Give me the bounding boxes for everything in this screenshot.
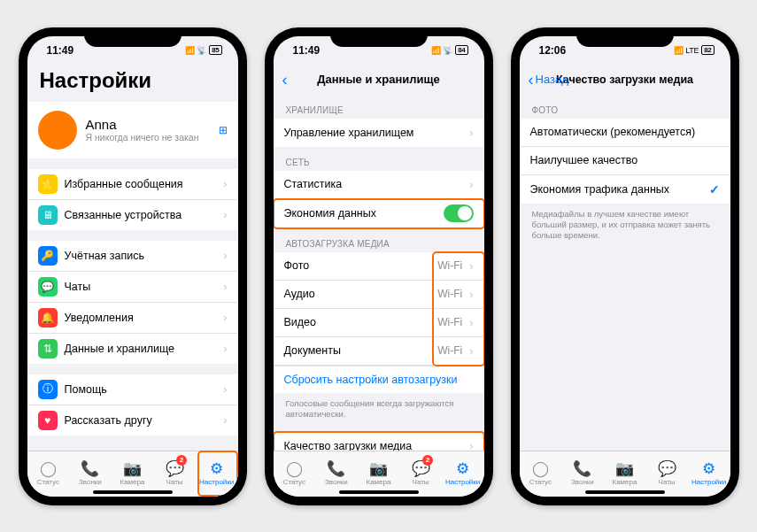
row-stats[interactable]: Статистика› [274, 171, 484, 199]
avatar [38, 111, 77, 150]
gear-icon: ⚙ [456, 461, 469, 476]
status-time: 11:49 [47, 44, 74, 57]
phone-icon: 📞 [573, 461, 591, 476]
row-audio[interactable]: АудиоWi-Fi› [274, 281, 484, 309]
group-main: 🔑 Учётная запись› 💬 Чаты› 🔔 Уведомления›… [27, 241, 238, 364]
status-indicators: 📶 📡 85 [185, 45, 222, 55]
heart-icon: ♥ [38, 411, 58, 430]
badge: 2 [422, 455, 433, 466]
section-storage: ХРАНИЛИЩЕ [274, 95, 484, 119]
signal-icon: 📶 [185, 46, 195, 55]
chevron-right-icon: › [469, 344, 473, 358]
info-icon: ⓘ [38, 380, 58, 399]
back-button[interactable]: ‹Назад [529, 72, 568, 88]
row-quality[interactable]: Качество загрузки медиа› [274, 432, 484, 450]
chevron-right-icon: › [469, 259, 473, 273]
status-indicators: 📶 📡 84 [431, 45, 468, 55]
tab-status[interactable]: ◯Статус [274, 451, 316, 497]
chevron-right-icon: › [223, 177, 227, 190]
row-photo[interactable]: ФотоWi-Fi› [274, 252, 484, 281]
row-data-saver[interactable]: Экономия данных [274, 199, 484, 228]
tab-settings[interactable]: ⚙Настройки [442, 451, 484, 497]
option-auto[interactable]: Автоматически (рекомендуется) [520, 119, 730, 147]
notch [576, 27, 674, 47]
bell-icon: 🔔 [38, 308, 58, 328]
key-icon: 🔑 [38, 246, 58, 266]
section-media: АВТОЗАГРУЗКА МЕДИА [274, 228, 484, 252]
phone-icon: 📞 [327, 461, 345, 476]
phone-quality: 12:06 📶 LTE 82 ‹Назад Качество загрузки … [511, 27, 739, 505]
group-help: ⓘ Помощь› ♥ Рассказать другу› [27, 374, 238, 436]
chevron-right-icon: › [223, 280, 227, 293]
toggle-data-saver[interactable] [444, 204, 474, 222]
chevron-right-icon: › [223, 249, 227, 262]
footnote-quality: Медиафайлы в лучшем качестве имеют больш… [520, 204, 730, 247]
qr-icon[interactable]: ⊞ [219, 124, 228, 136]
row-notifications[interactable]: 🔔 Уведомления› [27, 303, 238, 334]
status-time: 12:06 [539, 44, 567, 57]
chevron-right-icon: › [223, 413, 227, 427]
row-chats[interactable]: 💬 Чаты› [27, 272, 238, 303]
notch [330, 27, 428, 47]
tab-status[interactable]: ◯Статус [520, 451, 562, 497]
camera-icon: 📷 [369, 461, 388, 476]
phone-storage: 11:49 📶 📡 84 ‹ Данные и хранилище ХРАНИЛ… [265, 27, 493, 505]
chevron-right-icon: › [223, 342, 227, 355]
battery-icon: 85 [209, 45, 221, 55]
home-indicator [339, 490, 419, 494]
chevron-right-icon: › [223, 382, 227, 396]
check-icon: ✓ [709, 182, 720, 197]
status-icon: ◯ [40, 461, 57, 476]
status-icon: ◯ [286, 461, 303, 476]
phone-icon: 📞 [81, 461, 99, 476]
tab-settings[interactable]: ⚙Настройки [688, 451, 730, 497]
battery-icon: 84 [455, 45, 467, 55]
row-tell[interactable]: ♥ Рассказать другу› [27, 405, 238, 436]
devices-icon: 🖥 [38, 205, 58, 225]
home-indicator [93, 490, 173, 494]
option-best[interactable]: Наилучшее качество [520, 147, 730, 175]
back-button[interactable]: ‹ [282, 72, 288, 88]
camera-icon: 📷 [123, 461, 142, 476]
row-account[interactable]: 🔑 Учётная запись› [27, 241, 238, 272]
option-saver[interactable]: Экономия трафика данных✓ [520, 175, 730, 204]
wifi-icon: 📡 [443, 46, 452, 55]
row-manage-storage[interactable]: Управление хранилищем› [274, 119, 484, 147]
row-video[interactable]: ВидеоWi-Fi› [274, 309, 484, 337]
profile-sub: Я никогда ничего не закан [86, 132, 199, 143]
home-indicator [585, 490, 665, 494]
footnote-voice: Голосовые сообщения всегда загружаются а… [274, 393, 484, 426]
network-label: LTE [685, 46, 699, 55]
gear-icon: ⚙ [210, 461, 223, 476]
signal-icon: 📶 [431, 46, 441, 55]
chevron-right-icon: › [469, 288, 473, 301]
page-title: Настройки [27, 65, 238, 102]
group-favorites: ⭐ Избранные сообщения › 🖥 Связанные устр… [27, 169, 238, 230]
row-reset[interactable]: Сбросить настройки автозагрузки [274, 366, 484, 393]
chevron-right-icon: › [469, 178, 473, 191]
chevron-right-icon: › [223, 208, 227, 221]
chevron-right-icon: › [469, 316, 473, 329]
badge: 2 [176, 455, 187, 466]
row-linked[interactable]: 🖥 Связанные устройства › [27, 200, 238, 230]
row-storage[interactable]: ⇅ Данные и хранилище› [27, 334, 238, 364]
tab-settings[interactable]: ⚙Настройки [196, 451, 238, 497]
profile-row[interactable]: Anna Я никогда ничего не закан ⊞ [27, 102, 238, 158]
status-indicators: 📶 LTE 82 [674, 45, 715, 55]
row-help[interactable]: ⓘ Помощь› [27, 374, 238, 405]
chat-icon: 💬 [38, 277, 58, 297]
gear-icon: ⚙ [702, 461, 715, 476]
tab-status[interactable]: ◯Статус [27, 451, 70, 497]
row-starred[interactable]: ⭐ Избранные сообщения › [27, 169, 238, 200]
chevron-left-icon: ‹ [282, 72, 288, 88]
wifi-icon: 📡 [197, 46, 206, 55]
profile-name: Anna [86, 117, 199, 132]
notch [84, 27, 182, 47]
nav-title: Данные и хранилище [317, 73, 439, 86]
row-docs[interactable]: ДокументыWi-Fi› [274, 337, 484, 366]
chat-icon: 💬 [658, 461, 676, 476]
signal-icon: 📶 [674, 46, 684, 55]
camera-icon: 📷 [615, 461, 634, 476]
battery-icon: 82 [701, 45, 714, 55]
chevron-right-icon: › [469, 126, 473, 139]
